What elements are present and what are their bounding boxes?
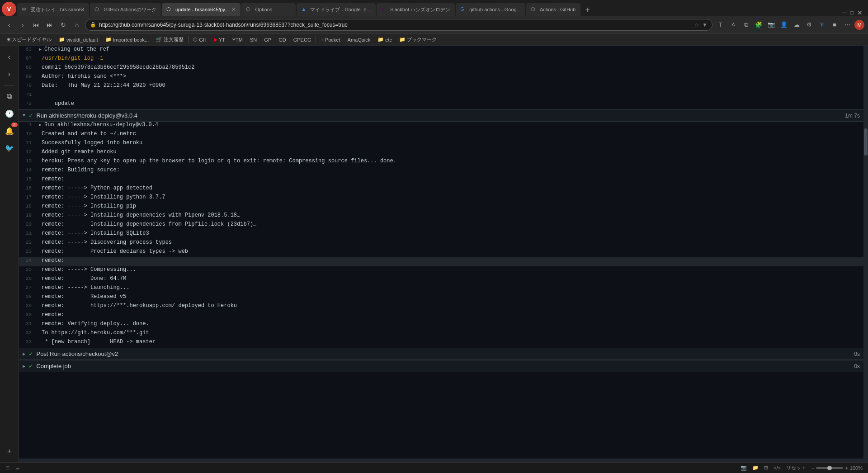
- tab-options[interactable]: ⬡ Options: [241, 3, 296, 16]
- sidebar-history-icon[interactable]: 🕐: [2, 106, 17, 121]
- line-expand-h1[interactable]: ▶: [39, 122, 42, 128]
- close-button[interactable]: ✕: [857, 9, 863, 16]
- folder-icon[interactable]: 📁: [752, 465, 759, 471]
- horizontal-scrollbar[interactable]: [19, 459, 868, 462]
- bookmark-star-icon[interactable]: ☆: [694, 22, 699, 28]
- line-number-h15: 15: [23, 176, 39, 182]
- split-view-icon[interactable]: ⧉: [741, 19, 751, 30]
- line-expand-63[interactable]: ▶: [39, 47, 42, 52]
- bookmark-speed-dial[interactable]: ⊞ スピードダイヤル: [4, 35, 54, 44]
- zoom-level: 100%: [850, 465, 863, 471]
- flag-icon[interactable]: Y: [816, 19, 827, 30]
- zoom-handle[interactable]: [827, 466, 832, 470]
- line-number-h32: 32: [23, 330, 39, 336]
- vivaldi-logo-icon[interactable]: V: [2, 2, 16, 16]
- bookmark-imported[interactable]: 📁 Imported book...: [103, 36, 152, 43]
- bookmark-orders[interactable]: 🛒 注文履歴: [153, 35, 186, 44]
- log-line-h22: 22 remote: -----> Discovering process ty…: [19, 239, 863, 248]
- screenshot-icon[interactable]: 📷: [741, 465, 747, 471]
- bookmark-all[interactable]: 📁 ブックマーク: [396, 35, 439, 44]
- reset-button[interactable]: リセット: [786, 464, 806, 471]
- yt-icon: ▶: [214, 37, 217, 43]
- zoom-bar: [816, 467, 843, 469]
- first-button[interactable]: ⏮: [31, 19, 42, 30]
- profile-icon[interactable]: 👤: [778, 19, 789, 30]
- bookmark-gpecg[interactable]: GPECG: [291, 36, 314, 43]
- code-icon[interactable]: </>: [774, 465, 781, 471]
- all-bookmarks-label: ブックマーク: [407, 36, 437, 43]
- sidebar-twitter-icon[interactable]: 🐦: [2, 141, 17, 155]
- sidebar-add-icon[interactable]: +: [2, 444, 17, 459]
- new-tab-button[interactable]: +: [581, 4, 594, 16]
- line-number-h21: 21: [23, 231, 39, 236]
- line-number-h20: 20: [23, 222, 39, 227]
- url-bar[interactable]: 🔒 https://github.com/hrsano645/py-suruga…: [85, 19, 712, 31]
- bookmark-gp[interactable]: GP: [261, 36, 274, 43]
- bookmark-gh[interactable]: ⬡ GH: [190, 36, 209, 43]
- log-line-68: 68 commit 56c53978ca3b86ccf295958ecdc26b…: [19, 64, 863, 73]
- post-run-header[interactable]: ▶ ✓ Post Run actions/checkout@v2 0s: [19, 348, 863, 360]
- line-number-72: 72: [23, 101, 39, 106]
- tab-update-active[interactable]: ⬡ update - hrsano645/py... ✕: [162, 3, 241, 16]
- heroku-deploy-section: ▼ ✓ Run akhileshns/heroku-deploy@v3.0.4 …: [19, 109, 863, 348]
- tab-email[interactable]: ✉ 受信トレイ - hrs.sano64: [17, 3, 89, 16]
- sidebar-forward-icon[interactable]: ›: [2, 67, 17, 81]
- settings-icon[interactable]: ⚙: [804, 19, 815, 30]
- bookmark-pocket[interactable]: + Pocket: [318, 36, 343, 43]
- cloud-icon[interactable]: ☁: [791, 19, 802, 30]
- tab-close-icon[interactable]: ✕: [231, 6, 236, 13]
- last-button[interactable]: ⏭: [44, 19, 55, 30]
- grid-icon[interactable]: ⊞: [764, 465, 768, 471]
- right-scrollbar[interactable]: [863, 46, 868, 459]
- sidebar-divider-1: [4, 85, 15, 85]
- bookmark-sn[interactable]: SN: [247, 36, 259, 43]
- home-button[interactable]: ⌂: [71, 19, 82, 30]
- reader-icon[interactable]: A: [728, 19, 739, 30]
- line-text-h19: remote: -----> Installing dependencies w…: [42, 212, 240, 218]
- tab-label-actions-gh: Actions | GitHub: [540, 7, 576, 12]
- camera-icon[interactable]: 📷: [766, 19, 777, 30]
- forward-button[interactable]: ›: [17, 19, 28, 30]
- sidebar-tabs-icon[interactable]: ⧉: [2, 89, 17, 104]
- line-text-h24: remote:: [42, 257, 64, 264]
- sidebar-back-icon[interactable]: ‹: [2, 50, 17, 64]
- complete-job-header[interactable]: ▶ ✓ Complete job 0s: [19, 360, 863, 372]
- bookmark-vivaldi-default[interactable]: 📁 vivaldi_default: [56, 36, 101, 43]
- line-text-h22: remote: -----> Discovering process types: [42, 239, 172, 246]
- back-button[interactable]: ‹: [4, 19, 14, 30]
- bookmark-etc[interactable]: 📁 etc: [375, 36, 395, 43]
- tab-github-actions[interactable]: ⬡ GitHub Actionsのワーク: [90, 3, 161, 16]
- log-line-h10: 10 Created and wrote to ~/.netrc: [19, 131, 863, 140]
- tab-gdrive[interactable]: ▲ マイドライブ - Google ド...: [297, 3, 375, 16]
- line-number-h1: 1: [23, 122, 39, 128]
- extra-icon[interactable]: ■: [829, 19, 840, 30]
- scrollbar-thumb[interactable]: [864, 128, 868, 156]
- bookmark-amaquick[interactable]: AmaQuick: [345, 36, 373, 43]
- tab-actions-github[interactable]: ⬡ Actions | GitHub: [526, 3, 580, 16]
- user-icon[interactable]: M: [854, 20, 864, 30]
- bookmark-gd[interactable]: GD: [276, 36, 289, 43]
- bookmark-yt[interactable]: ▶ YT: [211, 36, 228, 43]
- zoom-in-button[interactable]: +: [845, 465, 848, 471]
- more-icon[interactable]: ⋯: [842, 19, 853, 30]
- line-number-h16: 16: [23, 185, 39, 191]
- log-line-h33: 33 * [new branch] HEAD -> master: [19, 339, 863, 348]
- minimize-button[interactable]: ─: [842, 9, 847, 16]
- maximize-button[interactable]: □: [850, 9, 854, 16]
- bookmark-ytm[interactable]: YTM: [230, 36, 245, 43]
- heroku-deploy-header[interactable]: ▼ ✓ Run akhileshns/heroku-deploy@v3.0.4 …: [19, 109, 863, 122]
- log-line-h30: 30 remote:: [19, 312, 863, 321]
- log-line-71: 71: [19, 91, 863, 100]
- log-line-h14: 14 remote: Building source:: [19, 167, 863, 176]
- tab-google-search[interactable]: G github actions - Goog...: [456, 3, 525, 16]
- log-area[interactable]: 63 ▶ Checking out the ref 67 /usr/bin/gi…: [19, 46, 863, 459]
- line-text-h25: remote: -----> Compressing...: [42, 266, 136, 273]
- sidebar-notifications-icon[interactable]: 🔔 2: [2, 123, 17, 138]
- tab-slackbot[interactable]: ■ Slackbot ハンズオンロデン: [377, 3, 455, 16]
- url-dropdown-icon[interactable]: ▼: [702, 22, 708, 28]
- reload-button[interactable]: ↻: [58, 19, 69, 30]
- heroku-section-title: Run akhileshns/heroku-deploy@v3.0.4: [36, 112, 137, 119]
- zoom-out-button[interactable]: −: [811, 465, 814, 471]
- translate-icon[interactable]: T: [715, 19, 726, 30]
- extensions-icon[interactable]: 🧩: [753, 19, 764, 30]
